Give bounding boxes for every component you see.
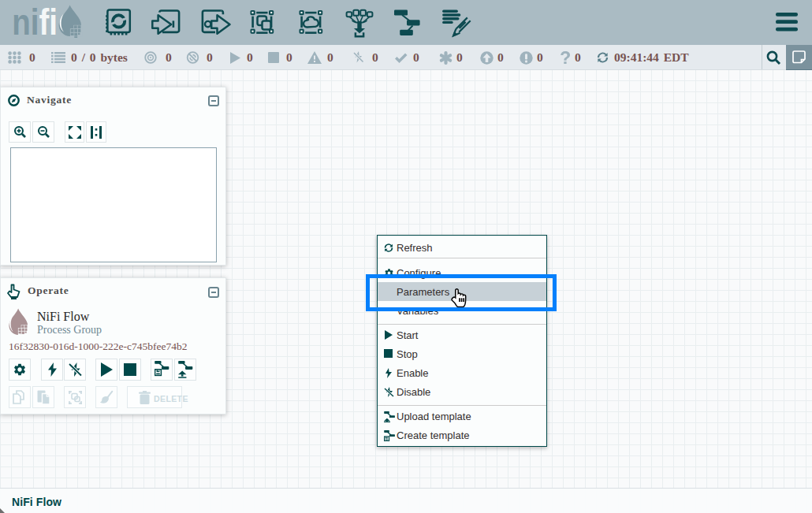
svg-text:nifi: nifi (12, 1, 58, 41)
